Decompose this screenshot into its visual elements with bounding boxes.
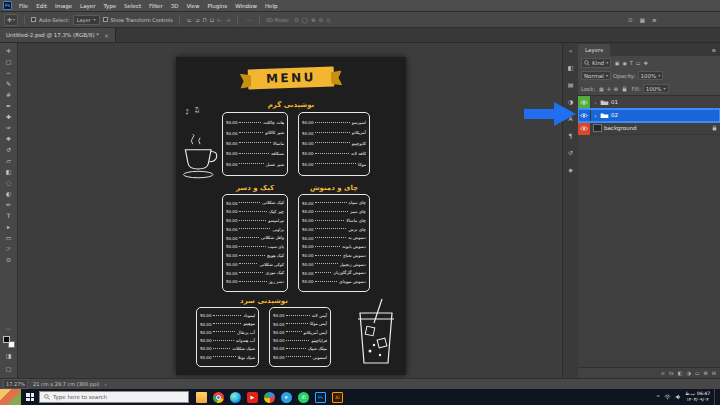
menu-item[interactable]: 3D (167, 0, 183, 12)
layers-footer-icon[interactable]: ◧ (678, 370, 683, 376)
menu-artwork[interactable]: MENU ♪ ♫ نوشیدنی گرم اسپرسو 50.00 (176, 57, 406, 375)
visibility-toggle[interactable] (578, 96, 591, 109)
edge-icon[interactable] (230, 392, 241, 403)
show-transform-checkbox[interactable] (103, 17, 108, 22)
filter-type-icon[interactable]: ❖ (642, 60, 649, 66)
menu-item[interactable]: Window (231, 0, 261, 12)
fill-field[interactable]: 100% ▾ (643, 84, 669, 93)
3d-mode-icon[interactable]: ⊕ (309, 17, 317, 23)
lock-option-icon[interactable]: ⊞ (612, 86, 619, 92)
properties-panel-icon[interactable]: ◈ (565, 165, 577, 175)
quick-mask-icon[interactable]: ◨ (2, 350, 16, 361)
gradient-tool[interactable]: ◧ (2, 166, 16, 177)
eyedropper-tool[interactable]: ✒ (2, 100, 16, 111)
workspace-icon[interactable]: ▦ (638, 17, 646, 23)
crop-tool[interactable]: # (2, 89, 16, 100)
foreground-color-swatch[interactable] (3, 336, 10, 343)
layer-row-background[interactable]: background (578, 122, 720, 135)
filter-kind-dropdown[interactable]: Kind ▾ (581, 58, 611, 68)
close-icon[interactable]: × (104, 32, 109, 39)
expand-chevron-icon[interactable]: › (593, 112, 598, 119)
blur-tool[interactable]: ◌ (2, 177, 16, 188)
lasso-tool[interactable]: ∽ (2, 67, 16, 78)
photoshop-taskbar-icon[interactable]: Ps (315, 392, 326, 403)
chrome-icon[interactable] (213, 392, 224, 403)
foreground-background-swatches[interactable] (3, 336, 15, 348)
edit-toolbar-icon[interactable]: ⋯ (2, 323, 16, 334)
current-tool-icon[interactable]: ✛ ▾ (4, 14, 18, 26)
visibility-toggle[interactable] (578, 122, 591, 135)
history-panel-icon[interactable]: ↺ (565, 148, 577, 158)
menu-item[interactable]: Select (120, 0, 145, 12)
menu-item[interactable]: Image (51, 0, 76, 12)
type-tool[interactable]: T (2, 210, 16, 221)
filter-type-icon[interactable]: ▣ (613, 60, 621, 66)
align-icon[interactable]: ⊓ (201, 17, 208, 23)
expand-chevron-icon[interactable]: › (593, 99, 598, 106)
dodge-tool[interactable]: ◐ (2, 188, 16, 199)
volume-icon[interactable] (675, 394, 681, 400)
tray-expand-chevron[interactable]: ^ (656, 394, 660, 400)
quick-selection-tool[interactable]: ✎ (2, 78, 16, 89)
layers-footer-icon[interactable]: ⊞ (704, 370, 708, 376)
whatsapp-icon[interactable]: ✆ (298, 392, 309, 403)
visibility-toggle[interactable] (578, 109, 591, 122)
auto-select-checkbox[interactable] (31, 17, 36, 22)
clone-stamp-tool[interactable]: ❖ (2, 133, 16, 144)
menu-item[interactable]: Edit (32, 0, 51, 12)
align-icon[interactable]: ⊏ (186, 17, 194, 23)
menu-item[interactable]: Type (99, 0, 120, 12)
align-icon[interactable]: ⊣ (223, 17, 231, 23)
menu-item[interactable]: File (15, 0, 32, 12)
status-chevron-icon[interactable]: › (105, 381, 107, 387)
workspace-icon[interactable]: ≡ (650, 17, 658, 23)
telegram-icon[interactable]: ➤ (281, 392, 292, 403)
layers-footer-icon[interactable]: ◑ (686, 370, 690, 376)
zoom-tool[interactable]: ⊙ (2, 254, 16, 265)
menu-item[interactable]: Plugins (203, 0, 231, 12)
history-brush-tool[interactable]: ↺ (2, 144, 16, 155)
3d-mode-icon[interactable]: ◇ (325, 17, 332, 23)
wifi-icon[interactable] (664, 394, 671, 400)
marquee-tool[interactable]: ▢ (2, 56, 16, 67)
show-desktop-button[interactable] (714, 389, 716, 405)
3d-mode-icon[interactable]: ◯ (300, 17, 309, 23)
menu-item[interactable]: Layer (76, 0, 99, 12)
layers-footer-icon[interactable]: ⊟ (712, 370, 716, 376)
taskbar-search[interactable]: Type here to search (39, 391, 189, 403)
start-button[interactable] (21, 389, 39, 405)
collapse-panels-icon[interactable]: « (565, 46, 577, 56)
opacity-field[interactable]: 100% ▾ (638, 71, 664, 80)
menu-item[interactable]: View (182, 0, 203, 12)
layer-row-01[interactable]: › 01 (578, 96, 720, 109)
rectangle-tool[interactable]: ▭ (2, 232, 16, 243)
auto-select-dropdown[interactable]: Layer ▾ (73, 15, 100, 25)
menu-item[interactable]: Help (261, 0, 282, 12)
photos-icon[interactable] (264, 392, 275, 403)
file-explorer-icon[interactable] (196, 392, 207, 403)
blend-mode-dropdown[interactable]: Normal ▾ (581, 71, 611, 80)
panel-menu-icon[interactable]: ≡ (707, 44, 720, 56)
lock-option-icon[interactable]: ▦ (597, 86, 605, 92)
screen-mode-icon[interactable]: ▢ (2, 363, 16, 374)
document-tab[interactable]: Untitled-2.psd @ 17.3% (RGB/8) * × (0, 28, 116, 42)
news-interests-widget[interactable] (0, 389, 21, 405)
tab-layers[interactable]: Layers (578, 44, 610, 56)
align-icon[interactable]: ⊢ (216, 17, 224, 23)
path-selection-tool[interactable]: ▸ (2, 221, 16, 232)
filter-type-icon[interactable]: ◉ (621, 60, 628, 66)
layers-footer-icon[interactable]: ▭ (695, 370, 700, 376)
illustrator-taskbar-icon[interactable]: Ai (332, 392, 343, 403)
color-panel-icon[interactable]: ◧ (565, 63, 577, 73)
taskbar-clock[interactable]: ب.ظ 06:47 ۱۴۰۴/۰۹/۰۴ (685, 391, 710, 402)
align-icon[interactable]: ⊐ (193, 17, 201, 23)
spot-healing-tool[interactable]: ✚ (2, 111, 16, 122)
filter-type-icon[interactable]: ▭ (634, 60, 642, 66)
youtube-icon[interactable]: ▶ (247, 392, 258, 403)
zoom-level-field[interactable]: 17.27% (3, 379, 28, 389)
move-tool[interactable]: ✛ (2, 45, 16, 56)
canvas-area[interactable]: MENU ♪ ♫ نوشیدنی گرم اسپرسو 50.00 (19, 43, 562, 378)
more-options-icon[interactable]: ⋯ (244, 17, 253, 23)
layers-footer-icon[interactable]: ∞ (661, 370, 665, 376)
menu-item[interactable]: Filter (145, 0, 167, 12)
